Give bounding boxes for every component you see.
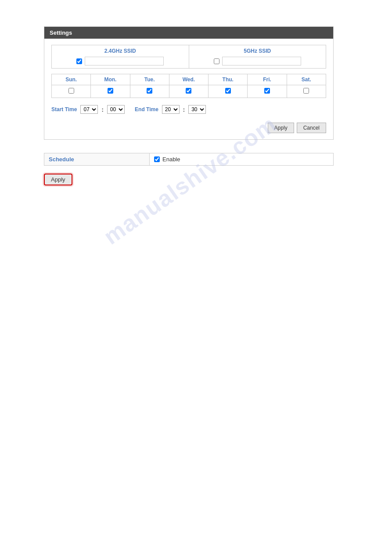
settings-panel: Settings 2.4GHz SSID EDIMAX-75EFA8_G 5GH… xyxy=(44,26,334,140)
day-check-tue xyxy=(130,85,169,98)
checkbox-wed[interactable] xyxy=(186,88,191,94)
time-section: Start Time 07 : 00 End Time 20 : 30 xyxy=(51,103,326,116)
end-hour-select[interactable]: 20 xyxy=(162,105,180,114)
day-check-mon xyxy=(91,85,130,98)
day-check-sat xyxy=(287,85,326,98)
days-header-row: Sun. Mon. Tue. Wed. Thu. Fri. Sat. xyxy=(52,74,326,85)
checkbox-tue[interactable] xyxy=(147,88,152,94)
end-minute-select[interactable]: 30 xyxy=(188,105,206,114)
ssid-24-label: 2.4GHz SSID xyxy=(56,48,184,54)
end-time-separator: : xyxy=(183,106,185,113)
schedule-table: Schedule Enable xyxy=(44,153,334,166)
day-check-sun xyxy=(52,85,91,98)
settings-body: 2.4GHz SSID EDIMAX-75EFA8_G 5GHz SSID ED… xyxy=(44,39,333,139)
day-header-fri: Fri. xyxy=(248,74,287,85)
day-check-wed xyxy=(169,85,209,98)
schedule-enable-checkbox[interactable] xyxy=(154,156,160,162)
ssid-24-input[interactable]: EDIMAX-75EFA8_G xyxy=(85,57,164,65)
ssid-24-row: EDIMAX-75EFA8_G xyxy=(56,57,184,65)
ssid-5-input[interactable]: EDIMAX-75EFA8_A xyxy=(222,57,301,65)
start-time-separator: : xyxy=(101,106,103,113)
day-header-sat: Sat. xyxy=(287,74,326,85)
days-checkbox-row xyxy=(52,85,326,98)
schedule-label: Schedule xyxy=(44,153,150,166)
day-check-fri xyxy=(248,85,287,98)
checkbox-thu[interactable] xyxy=(225,88,231,94)
day-header-mon: Mon. xyxy=(91,74,130,85)
ssid-24-col: 2.4GHz SSID EDIMAX-75EFA8_G xyxy=(52,45,189,68)
checkbox-sat[interactable] xyxy=(303,88,309,94)
ssid-5-checkbox[interactable] xyxy=(214,58,219,64)
schedule-section: Schedule Enable xyxy=(44,153,334,166)
end-time-label: End Time xyxy=(135,106,158,112)
start-minute-select[interactable]: 00 xyxy=(107,105,125,114)
buttons-row: Apply Cancel xyxy=(51,123,326,133)
days-section: Sun. Mon. Tue. Wed. Thu. Fri. Sat. xyxy=(51,74,326,98)
day-header-wed: Wed. xyxy=(169,74,209,85)
apply-button[interactable]: Apply xyxy=(268,123,294,133)
bottom-apply-wrapper: Apply xyxy=(44,174,348,185)
enable-label: Enable xyxy=(162,156,180,163)
ssid-section: 2.4GHz SSID EDIMAX-75EFA8_G 5GHz SSID ED… xyxy=(51,45,326,69)
schedule-row: Schedule Enable xyxy=(44,153,334,166)
day-header-sun: Sun. xyxy=(52,74,91,85)
ssid-5-label: 5GHz SSID xyxy=(194,48,322,54)
day-check-thu xyxy=(209,85,248,98)
settings-header: Settings xyxy=(44,27,333,39)
bottom-apply-button[interactable]: Apply xyxy=(44,174,72,185)
ssid-24-checkbox[interactable] xyxy=(76,58,82,64)
start-hour-select[interactable]: 07 xyxy=(80,105,98,114)
settings-title: Settings xyxy=(50,29,72,36)
ssid-5-col: 5GHz SSID EDIMAX-75EFA8_A xyxy=(189,45,326,68)
day-header-thu: Thu. xyxy=(209,74,248,85)
checkbox-fri[interactable] xyxy=(264,88,270,94)
enable-row: Enable xyxy=(154,156,329,163)
checkbox-mon[interactable] xyxy=(108,88,113,94)
cancel-button[interactable]: Cancel xyxy=(297,123,326,133)
start-time-label: Start Time xyxy=(51,106,77,112)
ssid-5-row: EDIMAX-75EFA8_A xyxy=(194,57,322,65)
day-header-tue: Tue. xyxy=(130,74,169,85)
checkbox-sun[interactable] xyxy=(68,88,74,94)
schedule-value-cell: Enable xyxy=(150,153,334,166)
